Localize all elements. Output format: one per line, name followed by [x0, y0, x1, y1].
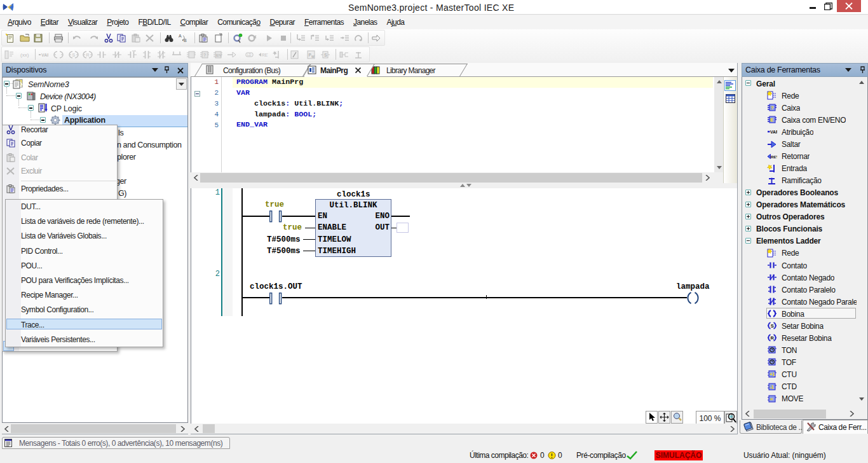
svg-text:(xx): (xx) — [20, 52, 29, 58]
svg-text:VAR: VAR — [770, 130, 777, 134]
svg-text:A: A — [179, 34, 182, 38]
svg-text:+1: +1 — [770, 372, 775, 377]
svg-text:S: S — [771, 323, 774, 329]
svg-text:RET: RET — [262, 53, 268, 57]
svg-text:VAR: VAR — [41, 53, 48, 57]
svg-text:R: R — [86, 53, 90, 57]
svg-text:?: ? — [771, 105, 774, 111]
svg-text:EN: EN — [216, 53, 221, 57]
svg-text:?: ? — [203, 53, 206, 57]
svg-text:=: = — [770, 396, 773, 402]
svg-text:RET: RET — [771, 154, 777, 158]
svg-text:R: R — [771, 335, 775, 341]
svg-text:LD: LD — [247, 53, 252, 57]
svg-text:-1: -1 — [770, 385, 774, 389]
svg-text:S: S — [324, 53, 327, 57]
svg-text:S: S — [72, 53, 76, 57]
svg-text:W: W — [311, 55, 315, 59]
svg-text:E: E — [771, 118, 774, 122]
